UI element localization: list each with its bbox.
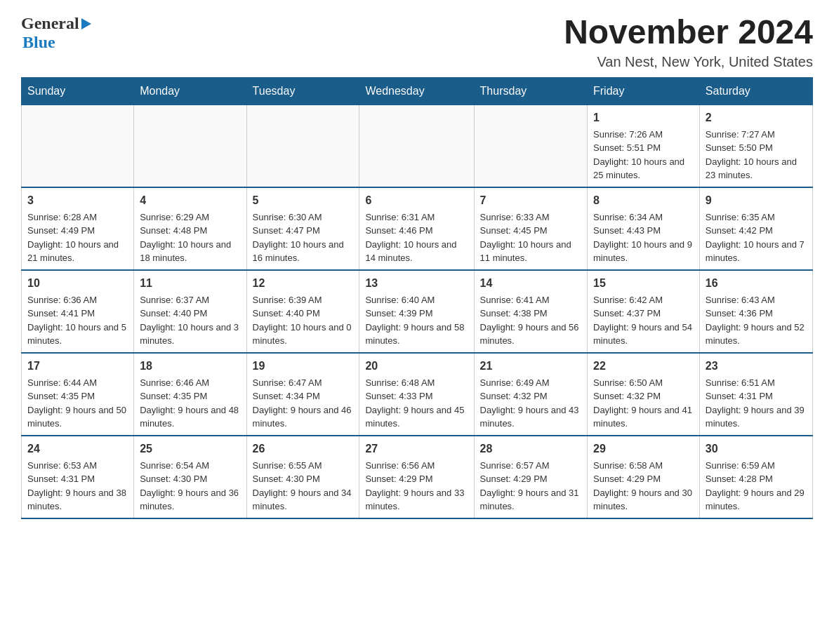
- sunrise-text: Sunrise: 7:26 AM: [593, 128, 694, 142]
- sunset-text: Sunset: 4:30 PM: [140, 472, 240, 486]
- day-number: 12: [253, 275, 354, 292]
- day-number: 28: [480, 441, 581, 457]
- day-cell: 3Sunrise: 6:28 AMSunset: 4:49 PMDaylight…: [22, 187, 134, 270]
- sunrise-text: Sunrise: 6:33 AM: [480, 210, 581, 224]
- calendar-body: 1Sunrise: 7:26 AMSunset: 5:51 PMDaylight…: [22, 105, 813, 518]
- sunset-text: Sunset: 4:40 PM: [253, 307, 354, 321]
- daylight-text: Daylight: 9 hours and 58 minutes.: [365, 321, 468, 348]
- sunset-text: Sunset: 4:49 PM: [27, 224, 128, 238]
- day-number: 21: [480, 358, 581, 375]
- header-day-saturday: Saturday: [699, 77, 812, 105]
- sunset-text: Sunset: 4:32 PM: [480, 389, 581, 403]
- sunset-text: Sunset: 4:38 PM: [480, 307, 581, 321]
- day-cell: 22Sunrise: 6:50 AMSunset: 4:32 PMDayligh…: [588, 353, 700, 436]
- sunrise-text: Sunrise: 6:31 AM: [365, 210, 468, 224]
- page-header: General Blue November 2024 Van Nest, New…: [21, 14, 813, 70]
- daylight-text: Daylight: 9 hours and 31 minutes.: [480, 486, 581, 514]
- day-number: 24: [27, 441, 128, 457]
- day-number: 17: [27, 358, 128, 375]
- day-cell: 28Sunrise: 6:57 AMSunset: 4:29 PMDayligh…: [474, 436, 587, 518]
- day-number: 1: [593, 109, 694, 126]
- day-cell: 21Sunrise: 6:49 AMSunset: 4:32 PMDayligh…: [474, 353, 587, 436]
- sunset-text: Sunset: 4:47 PM: [253, 224, 354, 238]
- sunset-text: Sunset: 4:30 PM: [253, 472, 354, 486]
- sunset-text: Sunset: 4:40 PM: [140, 307, 240, 321]
- day-cell: [474, 105, 587, 187]
- sunrise-text: Sunrise: 6:51 AM: [706, 376, 807, 390]
- location-subtitle: Van Nest, New York, United States: [564, 54, 813, 70]
- day-cell: [134, 105, 246, 187]
- day-cell: 7Sunrise: 6:33 AMSunset: 4:45 PMDaylight…: [474, 187, 587, 270]
- logo-blue-text: Blue: [22, 33, 55, 51]
- logo-arrow-icon: [81, 18, 91, 29]
- day-number: 5: [253, 192, 354, 209]
- sunrise-text: Sunrise: 6:30 AM: [253, 210, 354, 224]
- day-cell: 9Sunrise: 6:35 AMSunset: 4:42 PMDaylight…: [699, 187, 812, 270]
- daylight-text: Daylight: 9 hours and 52 minutes.: [706, 321, 807, 348]
- daylight-text: Daylight: 9 hours and 29 minutes.: [706, 486, 807, 514]
- logo[interactable]: General Blue: [21, 14, 91, 52]
- daylight-text: Daylight: 9 hours and 46 minutes.: [253, 403, 354, 431]
- header-row: SundayMondayTuesdayWednesdayThursdayFrid…: [22, 77, 813, 105]
- sunrise-text: Sunrise: 6:56 AM: [365, 459, 468, 473]
- sunrise-text: Sunrise: 6:54 AM: [140, 459, 240, 473]
- day-number: 15: [593, 275, 694, 292]
- header-day-thursday: Thursday: [474, 77, 587, 105]
- daylight-text: Daylight: 10 hours and 16 minutes.: [253, 238, 354, 265]
- header-day-monday: Monday: [134, 77, 246, 105]
- sunset-text: Sunset: 4:37 PM: [593, 307, 694, 321]
- daylight-text: Daylight: 9 hours and 33 minutes.: [365, 486, 468, 514]
- sunrise-text: Sunrise: 6:53 AM: [27, 459, 128, 473]
- day-number: 10: [27, 275, 128, 292]
- sunset-text: Sunset: 4:29 PM: [480, 472, 581, 486]
- daylight-text: Daylight: 9 hours and 34 minutes.: [253, 486, 354, 514]
- sunset-text: Sunset: 4:42 PM: [706, 224, 807, 238]
- sunrise-text: Sunrise: 6:59 AM: [706, 459, 807, 473]
- day-cell: 15Sunrise: 6:42 AMSunset: 4:37 PMDayligh…: [588, 270, 700, 353]
- day-number: 23: [706, 358, 807, 375]
- sunset-text: Sunset: 4:48 PM: [140, 224, 240, 238]
- sunset-text: Sunset: 4:41 PM: [27, 307, 128, 321]
- day-cell: 30Sunrise: 6:59 AMSunset: 4:28 PMDayligh…: [699, 436, 812, 518]
- day-cell: 26Sunrise: 6:55 AMSunset: 4:30 PMDayligh…: [246, 436, 359, 518]
- sunrise-text: Sunrise: 6:40 AM: [365, 293, 468, 307]
- daylight-text: Daylight: 9 hours and 50 minutes.: [27, 403, 128, 431]
- header-day-tuesday: Tuesday: [246, 77, 359, 105]
- week-row-1: 1Sunrise: 7:26 AMSunset: 5:51 PMDaylight…: [22, 105, 813, 187]
- daylight-text: Daylight: 9 hours and 39 minutes.: [706, 403, 807, 431]
- daylight-text: Daylight: 9 hours and 38 minutes.: [27, 486, 128, 514]
- day-cell: 11Sunrise: 6:37 AMSunset: 4:40 PMDayligh…: [134, 270, 246, 353]
- sunrise-text: Sunrise: 6:46 AM: [140, 376, 240, 390]
- day-number: 25: [140, 441, 240, 457]
- sunset-text: Sunset: 4:35 PM: [27, 389, 128, 403]
- daylight-text: Daylight: 10 hours and 3 minutes.: [140, 321, 240, 348]
- day-number: 11: [140, 275, 240, 292]
- week-row-3: 10Sunrise: 6:36 AMSunset: 4:41 PMDayligh…: [22, 270, 813, 353]
- sunset-text: Sunset: 4:32 PM: [593, 389, 694, 403]
- sunrise-text: Sunrise: 6:47 AM: [253, 376, 354, 390]
- day-number: 22: [593, 358, 694, 375]
- sunset-text: Sunset: 4:36 PM: [706, 307, 807, 321]
- day-number: 19: [253, 358, 354, 375]
- sunrise-text: Sunrise: 6:39 AM: [253, 293, 354, 307]
- sunset-text: Sunset: 4:29 PM: [365, 472, 468, 486]
- daylight-text: Daylight: 9 hours and 43 minutes.: [480, 403, 581, 431]
- day-number: 27: [365, 441, 468, 457]
- day-cell: 8Sunrise: 6:34 AMSunset: 4:43 PMDaylight…: [588, 187, 700, 270]
- daylight-text: Daylight: 9 hours and 56 minutes.: [480, 321, 581, 348]
- day-number: 8: [593, 192, 694, 209]
- day-cell: 24Sunrise: 6:53 AMSunset: 4:31 PMDayligh…: [22, 436, 134, 518]
- sunrise-text: Sunrise: 6:55 AM: [253, 459, 354, 473]
- day-cell: 5Sunrise: 6:30 AMSunset: 4:47 PMDaylight…: [246, 187, 359, 270]
- sunrise-text: Sunrise: 6:35 AM: [706, 210, 807, 224]
- calendar-header: SundayMondayTuesdayWednesdayThursdayFrid…: [22, 77, 813, 105]
- day-number: 20: [365, 358, 468, 375]
- day-number: 29: [593, 441, 694, 457]
- day-cell: [22, 105, 134, 187]
- sunset-text: Sunset: 4:31 PM: [706, 389, 807, 403]
- day-cell: 16Sunrise: 6:43 AMSunset: 4:36 PMDayligh…: [699, 270, 812, 353]
- sunset-text: Sunset: 4:35 PM: [140, 389, 240, 403]
- calendar-table: SundayMondayTuesdayWednesdayThursdayFrid…: [21, 77, 813, 519]
- week-row-4: 17Sunrise: 6:44 AMSunset: 4:35 PMDayligh…: [22, 353, 813, 436]
- sunrise-text: Sunrise: 6:57 AM: [480, 459, 581, 473]
